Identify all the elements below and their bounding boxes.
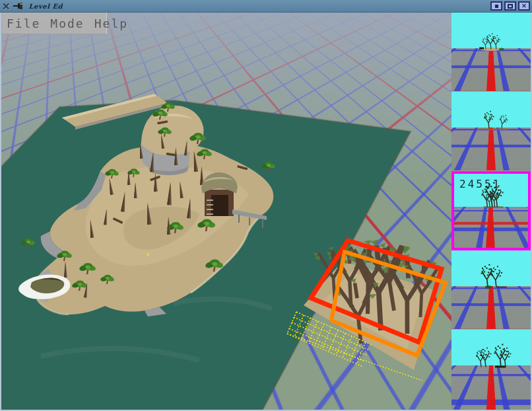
tree-pair-sprite xyxy=(451,250,531,329)
close-button[interactable]: ✕ xyxy=(518,1,530,11)
window-title: Level Ed xyxy=(29,3,63,10)
close-icon: ✕ xyxy=(521,3,527,9)
palette-thumbnail-2[interactable] xyxy=(451,92,531,171)
minimize-icon xyxy=(495,5,498,8)
menu-file[interactable]: File xyxy=(7,17,40,30)
object-palette: 24551 xyxy=(451,13,531,410)
titlebar[interactable]: ✕ Level Ed ✕ xyxy=(0,0,532,13)
scene xyxy=(1,13,451,410)
maximize-icon xyxy=(508,4,513,9)
app-icon: ✕ xyxy=(2,1,11,12)
shrub-cluster-sprite xyxy=(451,13,531,91)
palette-thumbnail-4[interactable] xyxy=(451,250,531,330)
pin-icon[interactable] xyxy=(13,0,24,12)
menu-mode[interactable]: Mode xyxy=(50,17,84,30)
menu-help[interactable]: Help xyxy=(94,17,128,30)
palette-thumbnail-1[interactable] xyxy=(451,13,531,92)
palette-thumbnail-5[interactable] xyxy=(451,330,531,410)
palette-thumbnail-3-selected[interactable]: 24551 xyxy=(451,171,531,250)
sparse-trees-sprite xyxy=(451,92,531,170)
tree-groups-sprite xyxy=(451,330,531,410)
viewport-3d[interactable]: File Mode Help xyxy=(1,13,451,410)
minimize-button[interactable] xyxy=(490,1,502,11)
object-id-label: 24551 xyxy=(459,178,501,190)
maximize-button[interactable] xyxy=(504,1,516,11)
menu-bar: File Mode Help xyxy=(2,13,107,34)
hut xyxy=(201,172,238,216)
